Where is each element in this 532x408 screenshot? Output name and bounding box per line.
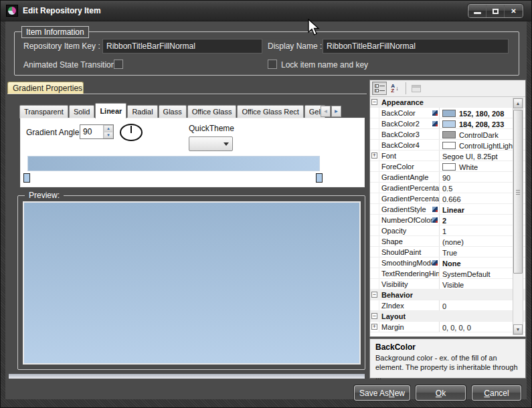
app-icon	[6, 5, 18, 17]
propgrid-scrollbar[interactable]: ▲ ▼	[513, 98, 523, 335]
property-value-text: SystemDefault	[442, 270, 491, 278]
save-as-new-button[interactable]: Save As New	[354, 385, 410, 401]
section-divider	[7, 94, 367, 95]
property-value-text: 0.666	[442, 195, 461, 203]
row-gutter	[370, 215, 379, 225]
angle-dial-icon[interactable]	[120, 124, 143, 141]
quicktheme-select[interactable]	[189, 136, 233, 151]
tab-office-glass-rect[interactable]: Office Glass Rect	[237, 105, 303, 118]
preview-group: Preview:	[17, 195, 365, 370]
property-row[interactable]: ShouldPaintTrue	[370, 247, 525, 258]
preview-label: Preview:	[25, 190, 64, 201]
row-gutter	[370, 258, 379, 268]
gradient-angle-input[interactable]	[80, 125, 103, 138]
alphabetical-sort-icon[interactable]: AZ↓	[387, 82, 402, 95]
property-row[interactable]: GradientPercentage20.666	[370, 193, 525, 204]
gradient-stop-handle-end[interactable]	[316, 173, 323, 183]
property-value-text: None	[442, 260, 461, 268]
collapse-icon[interactable]: −	[371, 292, 377, 298]
property-row[interactable]: VisibilityVisible	[370, 279, 525, 290]
property-name: BackColor2	[379, 118, 440, 128]
scroll-thumb[interactable]	[513, 110, 523, 274]
gradient-strip[interactable]	[27, 156, 320, 171]
row-gutter	[370, 172, 379, 182]
property-row[interactable]: BackColor3ControlDark	[370, 129, 525, 140]
tab-radial[interactable]: Radial	[127, 105, 157, 118]
collapse-icon[interactable]: −	[371, 313, 377, 319]
gradient-angle-spinner[interactable]: ▲ ▼	[80, 124, 114, 139]
tab-glass[interactable]: Glass	[159, 105, 187, 118]
spin-up-button[interactable]: ▲	[104, 125, 113, 132]
category-row[interactable]: −Layout	[370, 311, 525, 322]
expand-icon[interactable]: +	[371, 152, 377, 159]
minimize-button[interactable]	[468, 5, 486, 17]
expand-icon[interactable]: +	[371, 324, 377, 330]
property-row[interactable]: Opacity1	[370, 225, 525, 236]
category-row[interactable]: −Behavior	[370, 290, 525, 300]
repository-item-key-input[interactable]	[102, 39, 262, 54]
property-row[interactable]: BackColor152, 180, 208	[370, 108, 525, 118]
cancel-button[interactable]: Cancel	[472, 385, 521, 401]
property-row[interactable]: SmoothingModeNone	[370, 258, 525, 268]
property-name: Margin	[379, 322, 440, 332]
ok-button[interactable]: Ok	[416, 385, 466, 401]
property-value-text: ControlLightLight	[459, 142, 515, 150]
property-name: Appearance	[379, 97, 424, 107]
tabs-scroll-left-button[interactable]: ◄	[321, 106, 331, 117]
tab-office-glass[interactable]: Office Glass	[187, 105, 237, 118]
spinner-buttons: ▲ ▼	[103, 125, 113, 138]
tab-linear[interactable]: Linear	[95, 103, 126, 118]
display-name-label: Display Name :	[268, 41, 322, 51]
categorized-icon[interactable]: ++	[372, 82, 387, 95]
property-row[interactable]: GradientPercentage0.5	[370, 183, 525, 193]
property-name: TextRenderingHint	[379, 268, 440, 278]
property-row[interactable]: TextRenderingHintSystemDefault	[370, 268, 525, 279]
property-row[interactable]: +Margin0, 0, 0, 0	[370, 322, 525, 332]
category-row[interactable]: −Appearance	[370, 97, 525, 108]
tabs-scroll-right-button[interactable]: ►	[331, 106, 341, 117]
property-row[interactable]: ZIndex0	[370, 300, 525, 311]
spin-down-button[interactable]: ▼	[104, 132, 113, 138]
property-row[interactable]: BackColor2184, 208, 233	[370, 118, 525, 129]
tab-solid[interactable]: Solid	[69, 105, 94, 118]
row-gutter	[370, 193, 379, 203]
property-name: BackColor3	[379, 129, 440, 139]
property-pages-icon	[409, 82, 424, 95]
property-value-text: True	[442, 249, 457, 257]
close-icon: ✕	[511, 7, 516, 15]
property-row[interactable]: Shape(none)	[370, 236, 525, 247]
property-value-text: 0.5	[442, 185, 452, 193]
lock-item-checkbox[interactable]	[268, 60, 277, 69]
row-gutter: −	[370, 290, 379, 300]
property-name: Opacity	[379, 225, 440, 235]
help-title: BackColor	[375, 342, 520, 352]
collapse-icon[interactable]: −	[371, 99, 377, 105]
scroll-down-icon[interactable]: ▼	[513, 324, 523, 334]
property-row[interactable]: BackColor4ControlLightLight	[370, 140, 525, 150]
minimize-icon	[474, 12, 481, 14]
property-name: ShouldPaint	[379, 247, 440, 257]
row-gutter	[370, 225, 379, 235]
title-bar[interactable]: Edit Repository Item ✕	[1, 1, 532, 21]
gradient-stop-handle-start[interactable]	[23, 173, 30, 183]
color-swatch	[442, 110, 456, 117]
row-gutter	[370, 268, 379, 278]
quicktheme-label: QuickTheme	[189, 124, 234, 133]
property-row[interactable]: NumberOfColors2	[370, 215, 525, 225]
row-gutter	[370, 161, 379, 171]
maximize-icon	[493, 9, 499, 14]
property-name: BackColor4	[379, 140, 440, 150]
display-name-input[interactable]	[323, 39, 509, 54]
property-value-text: Linear	[442, 206, 464, 214]
animated-state-transition-checkbox[interactable]	[114, 60, 123, 69]
property-row[interactable]: ForeColorWhite	[370, 161, 525, 172]
row-gutter	[370, 236, 379, 246]
tab-transparent[interactable]: Transparent	[19, 105, 68, 118]
scroll-up-icon[interactable]: ▲	[513, 98, 523, 108]
property-row[interactable]: +FontSegoe UI, 8.25pt	[370, 150, 525, 161]
property-row[interactable]: GradientStyleLinear	[370, 204, 525, 215]
maximize-button[interactable]	[486, 5, 505, 17]
close-button[interactable]: ✕	[505, 5, 523, 17]
property-row[interactable]: GradientAngle90	[370, 172, 525, 183]
gradient-properties-tab[interactable]: Gradient Properties	[7, 82, 84, 94]
